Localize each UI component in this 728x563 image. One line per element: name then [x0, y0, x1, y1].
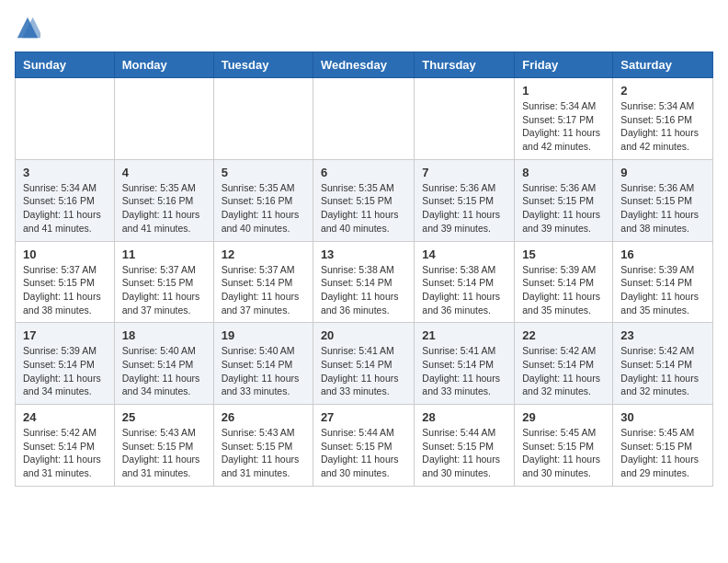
calendar-cell: 14Sunrise: 5:38 AMSunset: 5:14 PMDayligh…	[415, 241, 515, 323]
calendar-table: SundayMondayTuesdayWednesdayThursdayFrid…	[15, 52, 713, 487]
day-number: 6	[321, 166, 406, 179]
calendar-cell: 28Sunrise: 5:44 AMSunset: 5:15 PMDayligh…	[415, 405, 515, 487]
calendar-cell: 13Sunrise: 5:38 AMSunset: 5:14 PMDayligh…	[313, 241, 414, 323]
day-number: 23	[620, 328, 705, 342]
calendar-cell: 21Sunrise: 5:41 AMSunset: 5:14 PMDayligh…	[415, 323, 515, 405]
cell-content: Sunrise: 5:37 AMSunset: 5:15 PMDaylight:…	[122, 263, 206, 317]
day-number: 8	[522, 166, 605, 179]
calendar-cell: 27Sunrise: 5:44 AMSunset: 5:15 PMDayligh…	[313, 405, 414, 487]
calendar-cell: 12Sunrise: 5:37 AMSunset: 5:14 PMDayligh…	[213, 241, 313, 323]
cell-content: Sunrise: 5:42 AMSunset: 5:14 PMDaylight:…	[23, 426, 107, 480]
day-number: 28	[422, 410, 506, 424]
calendar-cell: 25Sunrise: 5:43 AMSunset: 5:15 PMDayligh…	[114, 405, 213, 487]
calendar-cell	[313, 78, 414, 160]
day-number: 11	[122, 247, 206, 261]
cell-content: Sunrise: 5:44 AMSunset: 5:15 PMDaylight:…	[321, 426, 406, 480]
day-number: 13	[321, 247, 406, 261]
cell-content: Sunrise: 5:41 AMSunset: 5:14 PMDaylight:…	[321, 344, 406, 398]
day-number: 7	[422, 166, 506, 179]
calendar-cell: 20Sunrise: 5:41 AMSunset: 5:14 PMDayligh…	[313, 323, 414, 405]
day-number: 19	[222, 328, 305, 342]
weekday-header: Saturday	[613, 52, 713, 78]
cell-content: Sunrise: 5:41 AMSunset: 5:14 PMDaylight:…	[422, 344, 506, 398]
calendar-cell	[16, 78, 115, 160]
calendar-cell: 29Sunrise: 5:45 AMSunset: 5:15 PMDayligh…	[515, 405, 613, 487]
calendar-cell: 16Sunrise: 5:39 AMSunset: 5:14 PMDayligh…	[613, 241, 713, 323]
day-number: 10	[23, 247, 107, 261]
calendar-cell: 8Sunrise: 5:36 AMSunset: 5:15 PMDaylight…	[515, 159, 613, 241]
calendar-cell	[114, 78, 213, 160]
weekday-header: Friday	[515, 52, 613, 78]
day-number: 3	[23, 166, 107, 179]
day-number: 2	[620, 84, 705, 98]
day-number: 12	[222, 247, 305, 261]
calendar-cell	[415, 78, 515, 160]
calendar-cell: 9Sunrise: 5:36 AMSunset: 5:15 PMDaylight…	[613, 159, 713, 241]
day-number: 22	[522, 328, 605, 342]
day-number: 9	[620, 166, 705, 179]
cell-content: Sunrise: 5:36 AMSunset: 5:15 PMDaylight:…	[620, 181, 705, 236]
calendar-cell: 26Sunrise: 5:43 AMSunset: 5:15 PMDayligh…	[213, 405, 313, 487]
day-number: 25	[122, 410, 206, 424]
calendar-header-row: SundayMondayTuesdayWednesdayThursdayFrid…	[16, 52, 713, 78]
calendar-cell: 2Sunrise: 5:34 AMSunset: 5:16 PMDaylight…	[613, 78, 713, 160]
calendar-cell: 3Sunrise: 5:34 AMSunset: 5:16 PMDaylight…	[16, 159, 115, 241]
calendar-cell: 22Sunrise: 5:42 AMSunset: 5:14 PMDayligh…	[515, 323, 613, 405]
cell-content: Sunrise: 5:35 AMSunset: 5:16 PMDaylight:…	[222, 181, 305, 236]
weekday-header: Sunday	[16, 52, 115, 78]
day-number: 21	[422, 328, 506, 342]
cell-content: Sunrise: 5:40 AMSunset: 5:14 PMDaylight:…	[222, 344, 305, 398]
weekday-header: Monday	[114, 52, 213, 78]
cell-content: Sunrise: 5:39 AMSunset: 5:14 PMDaylight:…	[620, 263, 705, 317]
cell-content: Sunrise: 5:34 AMSunset: 5:16 PMDaylight:…	[23, 181, 107, 236]
weekday-header: Wednesday	[313, 52, 414, 78]
calendar-cell: 24Sunrise: 5:42 AMSunset: 5:14 PMDayligh…	[16, 405, 115, 487]
cell-content: Sunrise: 5:34 AMSunset: 5:16 PMDaylight:…	[620, 99, 705, 154]
cell-content: Sunrise: 5:44 AMSunset: 5:15 PMDaylight:…	[422, 426, 506, 480]
calendar-cell: 1Sunrise: 5:34 AMSunset: 5:17 PMDaylight…	[515, 78, 613, 160]
cell-content: Sunrise: 5:34 AMSunset: 5:17 PMDaylight:…	[522, 99, 605, 154]
calendar-cell: 7Sunrise: 5:36 AMSunset: 5:15 PMDaylight…	[415, 159, 515, 241]
calendar-cell: 4Sunrise: 5:35 AMSunset: 5:16 PMDaylight…	[114, 159, 213, 241]
calendar-cell: 30Sunrise: 5:45 AMSunset: 5:15 PMDayligh…	[613, 405, 713, 487]
day-number: 16	[620, 247, 705, 261]
cell-content: Sunrise: 5:38 AMSunset: 5:14 PMDaylight:…	[321, 263, 406, 317]
cell-content: Sunrise: 5:45 AMSunset: 5:15 PMDaylight:…	[620, 426, 705, 480]
calendar-week-row: 24Sunrise: 5:42 AMSunset: 5:14 PMDayligh…	[16, 405, 713, 487]
day-number: 1	[522, 84, 605, 98]
calendar-week-row: 3Sunrise: 5:34 AMSunset: 5:16 PMDaylight…	[16, 159, 713, 241]
calendar-week-row: 1Sunrise: 5:34 AMSunset: 5:17 PMDaylight…	[16, 78, 713, 160]
logo	[15, 15, 42, 40]
weekday-header: Thursday	[415, 52, 515, 78]
day-number: 18	[122, 328, 206, 342]
calendar-cell: 11Sunrise: 5:37 AMSunset: 5:15 PMDayligh…	[114, 241, 213, 323]
day-number: 24	[23, 410, 107, 424]
calendar-cell	[213, 78, 313, 160]
calendar-cell: 10Sunrise: 5:37 AMSunset: 5:15 PMDayligh…	[16, 241, 115, 323]
calendar-week-row: 10Sunrise: 5:37 AMSunset: 5:15 PMDayligh…	[16, 241, 713, 323]
calendar-week-row: 17Sunrise: 5:39 AMSunset: 5:14 PMDayligh…	[16, 323, 713, 405]
cell-content: Sunrise: 5:39 AMSunset: 5:14 PMDaylight:…	[23, 344, 107, 398]
day-number: 20	[321, 328, 406, 342]
cell-content: Sunrise: 5:42 AMSunset: 5:14 PMDaylight:…	[522, 344, 605, 398]
calendar-cell: 18Sunrise: 5:40 AMSunset: 5:14 PMDayligh…	[114, 323, 213, 405]
cell-content: Sunrise: 5:42 AMSunset: 5:14 PMDaylight:…	[620, 344, 705, 398]
cell-content: Sunrise: 5:43 AMSunset: 5:15 PMDaylight:…	[122, 426, 206, 480]
day-number: 14	[422, 247, 506, 261]
cell-content: Sunrise: 5:36 AMSunset: 5:15 PMDaylight:…	[422, 181, 506, 236]
day-number: 15	[522, 247, 605, 261]
calendar-cell: 19Sunrise: 5:40 AMSunset: 5:14 PMDayligh…	[213, 323, 313, 405]
calendar-cell: 5Sunrise: 5:35 AMSunset: 5:16 PMDaylight…	[213, 159, 313, 241]
day-number: 4	[122, 166, 206, 179]
cell-content: Sunrise: 5:36 AMSunset: 5:15 PMDaylight:…	[522, 181, 605, 236]
cell-content: Sunrise: 5:43 AMSunset: 5:15 PMDaylight:…	[222, 426, 305, 480]
weekday-header: Tuesday	[213, 52, 313, 78]
day-number: 26	[222, 410, 305, 424]
day-number: 29	[522, 410, 605, 424]
cell-content: Sunrise: 5:45 AMSunset: 5:15 PMDaylight:…	[522, 426, 605, 480]
calendar-cell: 23Sunrise: 5:42 AMSunset: 5:14 PMDayligh…	[613, 323, 713, 405]
logo-icon	[15, 15, 40, 40]
day-number: 17	[23, 328, 107, 342]
cell-content: Sunrise: 5:35 AMSunset: 5:16 PMDaylight:…	[122, 181, 206, 236]
cell-content: Sunrise: 5:37 AMSunset: 5:15 PMDaylight:…	[23, 263, 107, 317]
